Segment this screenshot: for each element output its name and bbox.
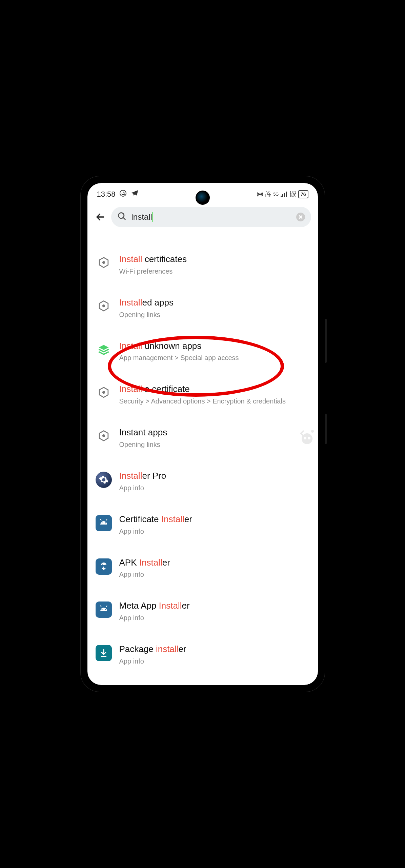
watermark-skull-icon bbox=[298, 427, 317, 450]
result-title: Meta App Installer bbox=[119, 600, 310, 612]
svg-point-20 bbox=[308, 437, 310, 439]
search-icon bbox=[117, 212, 127, 222]
result-title: Install unknown apps bbox=[119, 340, 310, 352]
search-result-item[interactable]: Install certificatesWi-Fi preferences bbox=[94, 248, 311, 282]
search-result-item[interactable]: Palm Store Auto Install (Recommend) bbox=[94, 681, 311, 685]
svg-rect-5 bbox=[286, 192, 287, 197]
svg-rect-21 bbox=[306, 442, 308, 444]
result-subtitle: App management > Special app access bbox=[119, 353, 310, 362]
result-subtitle: App info bbox=[119, 613, 310, 623]
result-subtitle: Opening links bbox=[119, 310, 310, 319]
result-subtitle: App info bbox=[119, 570, 310, 579]
svg-point-8 bbox=[103, 305, 105, 307]
volte-label-lte: LTE bbox=[265, 194, 271, 198]
android-blue-icon bbox=[96, 601, 112, 618]
hex-icon bbox=[96, 298, 112, 315]
svg-point-14 bbox=[104, 564, 105, 564]
svg-point-1 bbox=[259, 194, 260, 195]
search-result-item[interactable]: Certificate InstallerApp info bbox=[94, 508, 311, 542]
signal-icon bbox=[281, 192, 287, 197]
result-title: Installer Pro bbox=[119, 470, 310, 482]
result-subtitle: App info bbox=[119, 527, 310, 536]
result-subtitle: App info bbox=[119, 483, 310, 493]
hex-icon bbox=[96, 428, 112, 445]
telegram-icon bbox=[130, 189, 139, 199]
download-icon bbox=[96, 645, 112, 661]
result-subtitle: Wi-Fi preferences bbox=[119, 267, 310, 276]
search-field[interactable]: install bbox=[111, 207, 311, 227]
result-title: Installed apps bbox=[119, 297, 310, 309]
search-result-item[interactable]: Install unknown appsApp management > Spe… bbox=[94, 334, 311, 369]
search-result-item[interactable]: Installer ProApp info bbox=[94, 464, 311, 499]
svg-point-19 bbox=[304, 437, 306, 439]
status-time: 13:58 bbox=[97, 190, 116, 199]
svg-point-15 bbox=[101, 609, 102, 610]
battery-indicator: 76 bbox=[298, 190, 308, 198]
search-result-item[interactable]: Instant appsOpening links bbox=[94, 421, 311, 455]
search-result-item[interactable]: Install a certificateSecurity > Advanced… bbox=[94, 377, 311, 412]
svg-point-0 bbox=[120, 190, 126, 196]
result-title: Package installer bbox=[119, 644, 310, 655]
svg-rect-3 bbox=[282, 194, 283, 197]
clear-search-button[interactable] bbox=[296, 213, 305, 221]
apk-icon bbox=[96, 558, 112, 575]
svg-point-10 bbox=[103, 435, 105, 437]
svg-point-22 bbox=[311, 430, 314, 433]
search-result-item[interactable]: APK InstallerApp info bbox=[94, 551, 311, 586]
result-title: Certificate Installer bbox=[119, 514, 310, 525]
result-title: Instant apps bbox=[119, 427, 310, 438]
search-result-item[interactable]: Meta App InstallerApp info bbox=[94, 594, 311, 629]
svg-point-12 bbox=[105, 522, 106, 523]
back-button[interactable] bbox=[94, 211, 106, 223]
android-blue-icon bbox=[96, 515, 112, 531]
network-5g-label: 5G bbox=[273, 193, 279, 196]
whatsapp-icon bbox=[119, 189, 127, 199]
result-title: Install certificates bbox=[119, 254, 310, 265]
result-title: Install a certificate bbox=[119, 383, 310, 395]
result-title: APK Installer bbox=[119, 557, 310, 569]
svg-rect-4 bbox=[284, 193, 285, 197]
svg-point-16 bbox=[105, 609, 106, 610]
search-input: install bbox=[131, 212, 153, 222]
svg-rect-2 bbox=[281, 196, 282, 197]
svg-rect-17 bbox=[101, 656, 106, 657]
camera-cutout bbox=[196, 191, 210, 205]
hex-icon bbox=[96, 255, 112, 271]
svg-point-11 bbox=[101, 522, 102, 523]
hex-icon bbox=[96, 385, 112, 401]
search-results-list: Install certificatesWi-Fi preferencesIns… bbox=[87, 231, 318, 685]
text-cursor bbox=[153, 212, 153, 222]
svg-point-7 bbox=[103, 261, 105, 263]
gear-icon bbox=[96, 472, 112, 488]
search-result-item[interactable]: Package installerApp info bbox=[94, 637, 311, 672]
result-subtitle: Opening links bbox=[119, 440, 310, 449]
search-result-item[interactable]: Installed appsOpening links bbox=[94, 291, 311, 326]
result-subtitle: App info bbox=[119, 656, 310, 666]
result-subtitle: Security > Advanced options > Encryption… bbox=[119, 396, 310, 406]
svg-point-13 bbox=[102, 564, 102, 564]
net-speed-unit: K/S bbox=[290, 194, 296, 198]
svg-point-9 bbox=[103, 392, 105, 394]
hotspot-icon bbox=[257, 191, 263, 198]
stack-icon bbox=[96, 342, 112, 358]
